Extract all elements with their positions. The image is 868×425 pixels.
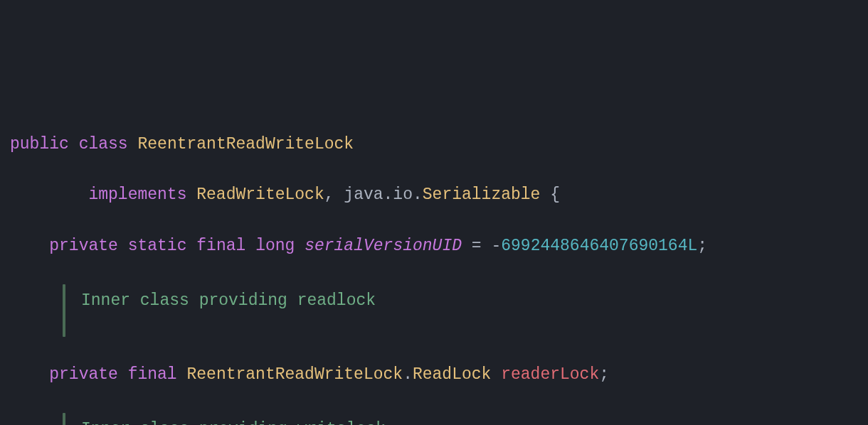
keyword-static: static <box>128 237 187 255</box>
javadoc-block: Inner class providing writelock <box>63 413 868 425</box>
dot: . <box>403 365 413 384</box>
package-part: io <box>393 185 413 204</box>
keyword-final: final <box>196 237 245 255</box>
field-serialversionuid: serialVersionUID <box>305 237 462 255</box>
number-literal: 6992448646407690164L <box>501 237 697 255</box>
type-long: long <box>255 237 295 255</box>
code-line-4: private final ReentrantReadWriteLock.Rea… <box>10 362 868 388</box>
type-name: ReentrantReadWriteLock <box>186 365 403 384</box>
dot: . <box>413 185 423 204</box>
keyword-public: public <box>10 135 69 154</box>
equals: = <box>462 237 491 255</box>
code-editor[interactable]: public class ReentrantReadWriteLock impl… <box>10 107 868 425</box>
semicolon: ; <box>599 365 609 384</box>
comma: , <box>324 185 334 204</box>
javadoc-text: Inner class providing writelock <box>81 413 386 425</box>
keyword-implements: implements <box>88 185 186 204</box>
interface-name: Serializable <box>423 185 541 204</box>
dot: . <box>383 185 393 204</box>
classname: ReentrantReadWriteLock <box>137 135 354 154</box>
keyword-class: class <box>79 135 128 154</box>
type-name: ReadLock <box>413 365 491 384</box>
brace: { <box>540 185 560 204</box>
keyword-final: final <box>128 365 177 384</box>
javadoc-block: Inner class providing readlock <box>63 284 868 337</box>
keyword-private: private <box>49 237 118 255</box>
code-line-3: private static final long serialVersionU… <box>10 234 868 259</box>
interface-name: ReadWriteLock <box>196 185 324 204</box>
code-line-2: implements ReadWriteLock, java.io.Serial… <box>10 183 868 208</box>
package-part: java <box>344 185 383 204</box>
minus-sign: - <box>491 237 501 255</box>
javadoc-bar <box>63 413 65 425</box>
code-line-1: public class ReentrantReadWriteLock <box>10 132 868 158</box>
keyword-private: private <box>49 365 118 384</box>
semicolon: ; <box>697 237 707 255</box>
field-readerlock: readerLock <box>501 365 599 384</box>
javadoc-bar <box>63 284 65 337</box>
javadoc-text: Inner class providing readlock <box>81 284 376 337</box>
